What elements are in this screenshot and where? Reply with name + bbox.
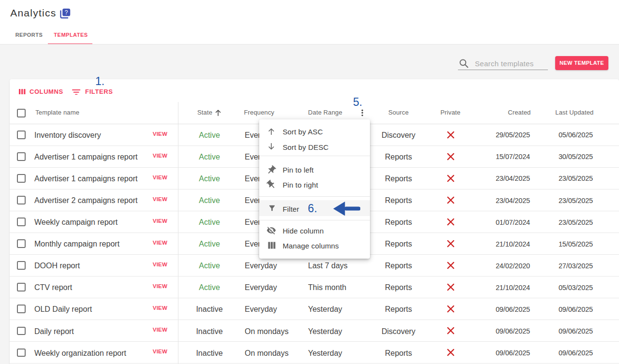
svg-text:?: ? bbox=[65, 9, 68, 16]
